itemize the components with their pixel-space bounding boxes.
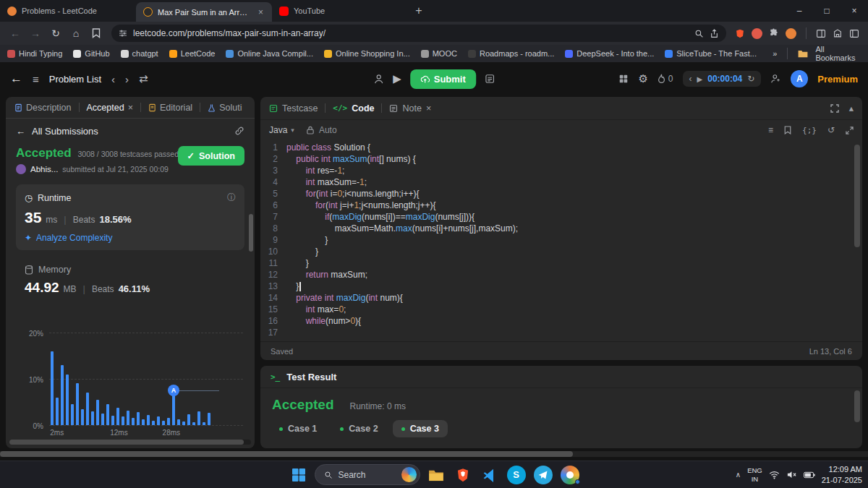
code-line[interactable]: for(int j=i+1;j<nums.length;j++){ (286, 200, 518, 211)
chart-bar[interactable] (122, 416, 124, 425)
chart-bar[interactable] (51, 351, 54, 425)
tab-testcase[interactable]: Testcase (269, 103, 318, 114)
chart-bar[interactable] (111, 416, 114, 425)
chart-bar[interactable] (127, 411, 129, 425)
test-result-header[interactable]: >_ Test Result (260, 366, 862, 388)
copy-link-icon[interactable] (234, 126, 244, 136)
split-view-icon[interactable] (816, 29, 826, 38)
bookmark-item[interactable]: chatgpt (121, 49, 158, 58)
maximize-panel-icon[interactable] (830, 104, 839, 113)
new-tab-button[interactable]: + (408, 0, 430, 22)
auto-label[interactable]: Auto (319, 125, 337, 135)
chart-bar[interactable] (192, 422, 195, 425)
chart-bar[interactable] (142, 419, 145, 425)
bookmark-item[interactable]: LeetCode (169, 49, 216, 58)
case-tab[interactable]: Case 1 (271, 420, 326, 437)
run-icon[interactable]: ▶ (393, 72, 401, 85)
share-icon[interactable] (710, 29, 719, 38)
tab-solutions[interactable]: Soluti (206, 103, 243, 113)
vertical-resize-handle[interactable] (255, 97, 260, 448)
code-line[interactable]: return maxSum; (286, 269, 518, 281)
code-line[interactable]: maxSum=Math.max(nums[i]+nums[j],maxSum); (286, 223, 518, 234)
code-line[interactable]: public class Solution { (286, 142, 518, 153)
code-line[interactable]: for(int i=0;i<nums.length;i++){ (286, 188, 518, 200)
case-tab[interactable]: Case 2 (331, 420, 386, 437)
volume-icon[interactable] (786, 470, 797, 479)
home-icon[interactable]: ⌂ (67, 25, 85, 42)
analyze-complexity-link[interactable]: ✦ Analyze Complexity (25, 233, 236, 243)
bookmark-item[interactable]: GitHub (73, 49, 109, 58)
problem-list-label[interactable]: Problem List (49, 74, 101, 85)
bookmark-item[interactable]: Online Java Compil... (226, 49, 313, 58)
address-bar[interactable]: leetcode.com/problems/max-pair-sum-in-an… (111, 25, 726, 42)
telegram-icon[interactable] (532, 464, 554, 486)
undo-icon[interactable]: ↺ (827, 125, 835, 135)
window-minimize-button[interactable]: – (786, 0, 813, 22)
brave-icon[interactable] (452, 464, 474, 486)
chart-bar[interactable] (76, 383, 79, 425)
menu-icon[interactable]: ≡ (33, 73, 39, 85)
scrollbar-thumb[interactable] (0, 451, 573, 457)
submit-button[interactable]: Submit (410, 69, 476, 89)
back-to-problem-icon[interactable]: ← (10, 72, 22, 86)
expand-editor-icon[interactable] (846, 127, 854, 134)
next-problem-icon[interactable]: › (125, 73, 129, 85)
chart-bar[interactable] (61, 365, 64, 425)
tab-accepted[interactable]: Accepted × (85, 103, 135, 113)
braces-icon[interactable]: {;} (802, 126, 817, 135)
chart-bar[interactable] (91, 411, 94, 425)
memory-card[interactable]: Memory 44.92 MB | Beats 46.11% (25, 265, 236, 296)
browser-tab-problems[interactable]: Problems - LeetCode (0, 0, 136, 22)
back-icon[interactable]: ← (6, 25, 25, 42)
layout-icon[interactable] (618, 74, 629, 84)
chart-bar[interactable] (116, 408, 119, 425)
code-line[interactable]: int max=0; (286, 304, 518, 315)
bookmark-item[interactable]: Online Shopping In... (324, 49, 410, 58)
code-line[interactable]: } (286, 257, 518, 269)
tab-editorial[interactable]: Editorial (147, 103, 194, 113)
collapse-panel-icon[interactable]: ▴ (849, 103, 854, 114)
debugger-icon[interactable] (373, 74, 384, 85)
chart-bar[interactable] (197, 411, 200, 425)
tab-note[interactable]: Note × (389, 103, 431, 114)
taskbar-clock[interactable]: 12:09 AM 21-07-2025 (822, 464, 862, 485)
runtime-card[interactable]: ◷ Runtime ⓘ 35 ms | Beats 18.56% ✦ Analy… (16, 184, 244, 250)
chart-bar[interactable] (106, 404, 109, 425)
code-line[interactable]: private int maxDig(int num){ (286, 292, 518, 304)
tab-description[interactable]: Description (13, 103, 73, 113)
chart-bar[interactable] (167, 418, 170, 425)
reload-icon[interactable]: ↻ (46, 25, 65, 42)
chart-bar[interactable] (71, 404, 74, 425)
chart-bar[interactable] (162, 421, 165, 425)
chart-bar[interactable] (177, 419, 180, 425)
tab-code[interactable]: </> Code (333, 103, 374, 114)
random-problem-icon[interactable]: ⇄ (139, 72, 148, 85)
wifi-icon[interactable] (769, 471, 780, 479)
timer-reset-icon[interactable]: ↻ (747, 74, 754, 84)
browser-tab-youtube[interactable]: YouTube (272, 0, 408, 22)
timer-play-icon[interactable]: ▶ (697, 75, 703, 83)
bookmarks-panel-icon[interactable] (87, 25, 106, 42)
search-highlights-icon[interactable] (401, 467, 417, 482)
language-indicator[interactable]: ENG IN (747, 466, 762, 484)
bookmark-item[interactable]: SliceTube - The Fast... (665, 49, 757, 58)
page-horizontal-scrollbar[interactable] (0, 451, 868, 457)
skype-icon[interactable]: S (506, 464, 527, 486)
bookmark-item[interactable]: MOOC (421, 49, 457, 58)
code-lines[interactable]: public class Solution { public int maxSu… (286, 142, 518, 340)
settings-gear-icon[interactable]: ⚙ (638, 72, 647, 85)
left-panel-vertical-scrollbar[interactable] (249, 214, 253, 252)
tab-close-icon[interactable]: × (128, 103, 133, 113)
chart-bar[interactable] (182, 421, 185, 425)
test-panel-scrollbar[interactable] (854, 390, 860, 422)
browser-tab-active[interactable]: Max Pair Sum in an Array - LeetC × (136, 2, 272, 22)
bookmark-item[interactable]: Roadmaps - roadm... (468, 49, 554, 58)
code-line[interactable]: } (286, 281, 518, 292)
chart-bar[interactable] (208, 413, 210, 425)
chart-bar[interactable] (96, 400, 99, 425)
premium-link[interactable]: Premium (817, 74, 858, 85)
code-line[interactable] (286, 327, 518, 338)
timer-widget[interactable]: ‹ ▶ 00:00:04 ↻ (683, 71, 762, 87)
tab-close-icon[interactable]: × (426, 103, 431, 114)
brave-wallet-icon[interactable] (786, 28, 796, 39)
